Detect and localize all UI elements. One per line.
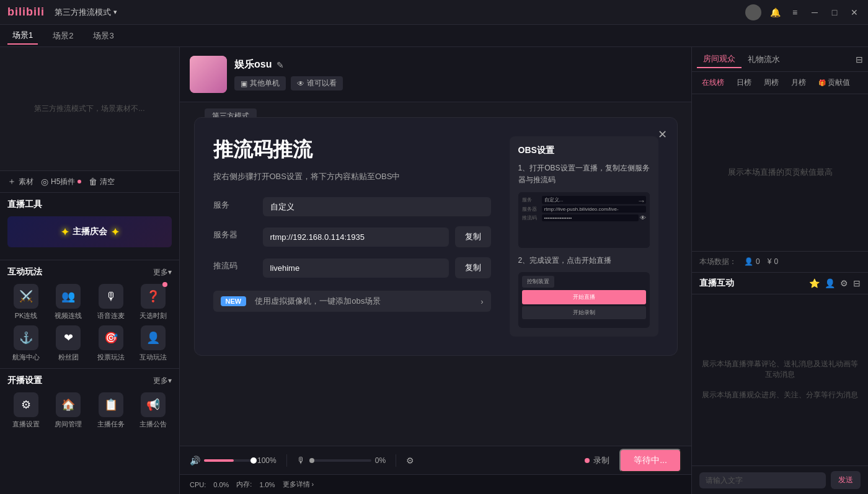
record-button[interactable]: 录制 bbox=[585, 455, 609, 466]
volume-filled bbox=[204, 459, 234, 462]
h5-plugin-button[interactable]: ◎ H5插件 bbox=[41, 177, 81, 187]
lottery-label: 投票玩法 bbox=[97, 353, 125, 362]
edit-icon[interactable]: ✎ bbox=[277, 60, 284, 70]
live-tools-header: 直播工具 bbox=[7, 199, 172, 210]
interactive-icon: 👤 bbox=[141, 325, 166, 350]
interaction-header: 互动玩法 更多▾ bbox=[7, 267, 172, 278]
server-field: 服务器 复制 bbox=[213, 226, 491, 247]
eye-icon: 👁 bbox=[297, 79, 304, 88]
lottery-item[interactable]: 🎯 投票玩法 bbox=[92, 325, 130, 362]
stream-tags: ▣ 其他单机 👁 谁可以看 bbox=[234, 76, 681, 90]
live-interact-section: 直播互动 ⭐ 👤 ⚙ ⊟ bbox=[692, 273, 868, 294]
scene-tab-2[interactable]: 场景2 bbox=[48, 28, 78, 44]
server-copy-button[interactable]: 复制 bbox=[455, 226, 491, 247]
mic-slider[interactable] bbox=[309, 459, 371, 462]
live-interact-title: 直播互动 bbox=[699, 278, 805, 289]
stats-bar: 本场数据： 👤 0 ¥ 0 bbox=[692, 251, 868, 273]
minimize-button[interactable]: ─ bbox=[808, 6, 821, 19]
audience-tabs: 在线榜 日榜 周榜 月榜 🎁 贡献值 bbox=[692, 72, 868, 94]
send-button[interactable]: 发送 bbox=[831, 471, 861, 489]
device-icon: ▣ bbox=[241, 79, 247, 88]
interact-content: 展示本场直播弹幕评论、送礼消息及送礼动画等互动消息 展示本场直播观众进房、关注、… bbox=[692, 294, 868, 466]
star-icon[interactable]: ⭐ bbox=[809, 278, 820, 288]
interaction-more[interactable]: 更多▾ bbox=[153, 267, 172, 278]
wait-button[interactable]: 等待中... bbox=[619, 449, 681, 472]
title-bar: bilibili 第三方推流模式 ▾ 🔔 ≡ ─ □ ✕ bbox=[0, 0, 868, 25]
gear-icon[interactable]: ⚙ bbox=[840, 278, 848, 288]
online-tab[interactable]: 在线榜 bbox=[697, 76, 729, 90]
service-label: 服务 bbox=[213, 200, 257, 211]
open-settings-grid: ⚙ 直播设置 🏠 房间管理 📋 主播任务 📢 主播公告 bbox=[7, 392, 172, 429]
virtual-camera-link[interactable]: NEW 使用虚拟摄像机，一键添加obs场景 › bbox=[213, 291, 491, 312]
streamcode-input[interactable] bbox=[263, 258, 449, 278]
stream-name: 娱乐osu bbox=[234, 58, 272, 71]
menu-icon[interactable]: ≡ bbox=[789, 6, 801, 19]
notification-icon[interactable]: 🔔 bbox=[769, 6, 781, 19]
maximize-button[interactable]: □ bbox=[828, 6, 841, 19]
stats-label: 本场数据： bbox=[699, 257, 737, 267]
video-link-item[interactable]: 👥 视频连线 bbox=[50, 284, 87, 320]
minimize-right-icon[interactable]: ⊟ bbox=[856, 55, 863, 64]
live-interact-header: 直播互动 ⭐ 👤 ⚙ ⊟ bbox=[699, 278, 861, 289]
announcement-item[interactable]: 📢 主播公告 bbox=[135, 392, 172, 429]
scene-tab-1[interactable]: 场景1 bbox=[7, 27, 38, 45]
voice-item[interactable]: 🎙 语音连麦 bbox=[92, 284, 130, 320]
pk-icon: ⚔️ bbox=[14, 284, 38, 309]
viewers-icon: 👤 bbox=[744, 257, 753, 266]
user-avatar[interactable] bbox=[745, 4, 761, 20]
tab-audience[interactable]: 房间观众 bbox=[697, 51, 742, 68]
viewers-value: 0 bbox=[756, 257, 760, 266]
modal-right: OBS设置 1、打开OBS设置一直播，复制左侧服务器与推流码 服务 自定义... bbox=[510, 136, 658, 337]
open-settings-more[interactable]: 更多▾ bbox=[153, 376, 172, 386]
other-device-tag[interactable]: ▣ 其他单机 bbox=[234, 76, 286, 90]
interactive-item[interactable]: 👤 互动玩法 bbox=[135, 325, 172, 362]
volume-slider[interactable] bbox=[204, 459, 254, 462]
open-settings-title: 开播设置 bbox=[7, 375, 42, 386]
cpu-value: 0.0% bbox=[213, 481, 229, 488]
announcement-icon: 📢 bbox=[141, 392, 166, 417]
gift-icon: 🎁 bbox=[818, 79, 826, 86]
streamcode-copy-button[interactable]: 复制 bbox=[455, 257, 491, 278]
service-field: 服务 bbox=[213, 197, 491, 216]
server-input[interactable] bbox=[263, 227, 449, 247]
close-button[interactable]: ✕ bbox=[848, 6, 861, 19]
mem-label: 内存: bbox=[236, 480, 252, 489]
host-task-item[interactable]: 📋 主播任务 bbox=[92, 392, 130, 429]
mode-label[interactable]: 第三方推流模式 ▾ bbox=[55, 7, 117, 18]
volume-thumb bbox=[250, 457, 257, 464]
video-link-icon: 👥 bbox=[56, 284, 81, 309]
weekly-tab[interactable]: 周榜 bbox=[759, 76, 784, 90]
obs-title: OBS设置 bbox=[518, 145, 650, 156]
chat-input[interactable] bbox=[699, 472, 826, 488]
mic-icon: 🎙 bbox=[297, 456, 306, 465]
details-link[interactable]: 更多详情 › bbox=[283, 480, 314, 489]
bottom-bar: 🔊 100% 🎙 0% ⚙ bbox=[180, 446, 691, 474]
audience-hint: 展示本场直播的页贡献值最高 bbox=[718, 157, 843, 188]
scene-tab-3[interactable]: 场景3 bbox=[88, 28, 118, 44]
tianzhan-item[interactable]: ❓ 天选时刻 bbox=[135, 284, 172, 320]
minimize-icon[interactable]: ⊟ bbox=[853, 278, 861, 288]
volume-icon: 🔊 bbox=[190, 456, 200, 465]
cpu-label: CPU: bbox=[190, 481, 206, 488]
fans-item[interactable]: ❤ 粉丝团 bbox=[50, 325, 87, 362]
daily-tab[interactable]: 日榜 bbox=[732, 76, 756, 90]
tab-gifts[interactable]: 礼物流水 bbox=[742, 51, 786, 68]
settings-icon[interactable]: ⚙ bbox=[406, 456, 414, 465]
tool-banner[interactable]: ✦ 主播庆会 ✦ bbox=[7, 216, 172, 247]
visibility-tag[interactable]: 👁 谁可以看 bbox=[291, 76, 343, 90]
obs-box: OBS设置 1、打开OBS设置一直播，复制左侧服务器与推流码 服务 自定义... bbox=[510, 136, 658, 337]
divider-1 bbox=[286, 454, 287, 467]
live-settings-item[interactable]: ⚙ 直播设置 bbox=[7, 392, 45, 429]
room-manage-label: 房间管理 bbox=[55, 420, 82, 429]
service-input[interactable] bbox=[263, 197, 491, 216]
room-manage-item[interactable]: 🏠 房间管理 bbox=[50, 392, 87, 429]
add-material-button[interactable]: ＋ 素材 bbox=[7, 176, 33, 187]
person-icon[interactable]: 👤 bbox=[825, 278, 835, 288]
live-tools-title: 直播工具 bbox=[7, 199, 42, 210]
navigation-item[interactable]: ⚓ 航海中心 bbox=[7, 325, 45, 362]
pk-item[interactable]: ⚔️ PK连线 bbox=[7, 284, 45, 320]
clear-button[interactable]: 🗑 清空 bbox=[89, 177, 115, 187]
modal-close-button[interactable]: ✕ bbox=[658, 128, 667, 141]
contrib-tab[interactable]: 🎁 贡献值 bbox=[813, 76, 855, 90]
monthly-tab[interactable]: 月榜 bbox=[786, 76, 811, 90]
